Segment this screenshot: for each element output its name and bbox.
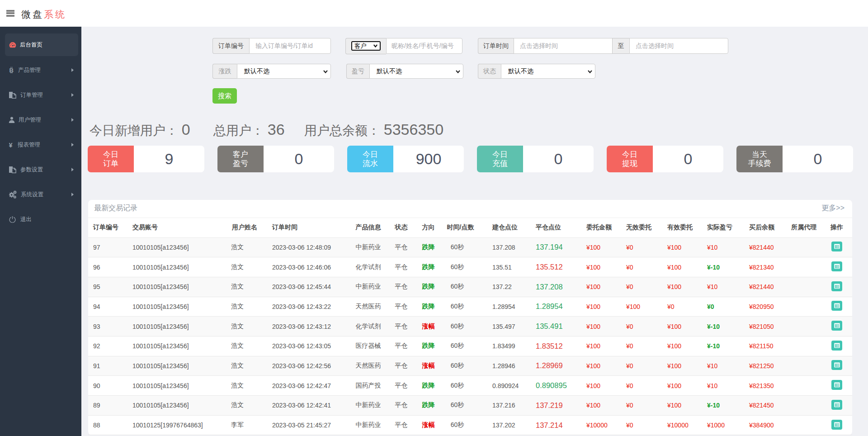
svg-text:¥: ¥	[9, 141, 13, 148]
svg-text:B: B	[9, 66, 13, 73]
